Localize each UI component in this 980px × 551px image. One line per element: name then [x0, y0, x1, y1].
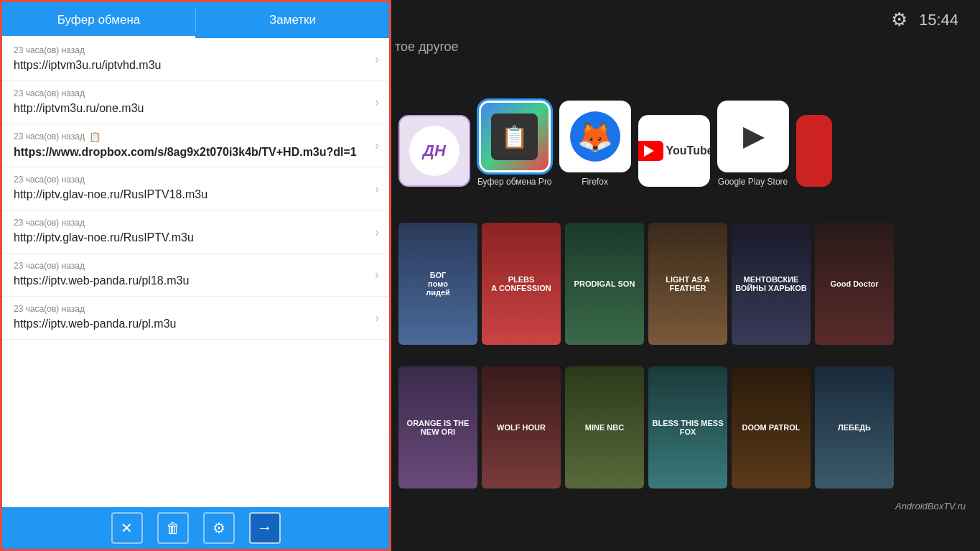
item-arrow-6: ›	[375, 310, 379, 325]
poster-bg-light: LIGHT AS A FEATHER	[648, 223, 727, 345]
item-url-1: http://iptvm3u.ru/one.m3u	[14, 101, 378, 116]
clipboard-item-5[interactable]: 23 часа(ов) назад https://iptv.web-panda…	[2, 254, 389, 297]
poster-bg-prodigal: PRODIGAL SON	[565, 223, 644, 345]
app-icon-extra	[796, 115, 832, 187]
movies-row-1: БОГпомолидей PLEBSA CONFESSION PRODIGAL …	[398, 223, 894, 345]
confirm-button[interactable]: →	[249, 512, 281, 544]
poster-bg-last: ЛЕБЕДЬ	[815, 366, 894, 489]
clipboard-list: 23 часа(ов) назад https://iptvm3u.ru/ipt…	[2, 38, 389, 507]
clipboard-item-1[interactable]: 23 часа(ов) назад http://iptvm3u.ru/one.…	[2, 81, 389, 124]
calendar-icon: 📋	[89, 131, 101, 142]
section-label: тое другое	[395, 40, 459, 55]
delete-button[interactable]: 🗑	[157, 512, 189, 544]
movie-poster-gooddoctor[interactable]: Good Doctor	[815, 223, 894, 345]
panel-toolbar: ✕ 🗑 ⚙ →	[2, 507, 389, 549]
movie-poster-plebs[interactable]: PLEBSA CONFESSION	[482, 223, 561, 345]
movie-poster-bog[interactable]: БОГпомолидей	[398, 223, 477, 345]
clipboard-item-0[interactable]: 23 часа(ов) назад https://iptvm3u.ru/ipt…	[2, 38, 389, 81]
item-url-3: http://iptv.glav-noe.ru/RusIPTV18.m3u	[14, 187, 378, 203]
poster-bg-plebs: PLEBSA CONFESSION	[482, 223, 561, 345]
movie-poster-mentov[interactable]: МЕНТОВСКИЕ ВОЙНЫ ХАРЬКОВ	[732, 223, 811, 345]
movie-poster-last[interactable]: ЛЕБЕДЬ	[815, 366, 894, 489]
item-arrow-1: ›	[375, 95, 379, 110]
youtube-text: YouTube	[666, 144, 710, 157]
youtube-logo: YouTube	[638, 141, 710, 161]
app-label-clipboard: Буфер обмена Pro	[477, 177, 552, 187]
clipboard-item-6[interactable]: 23 часа(ов) назад https://iptv.web-panda…	[2, 297, 389, 340]
item-arrow-0: ›	[375, 52, 379, 67]
tab-clipboard-label: Буфер обмена	[57, 13, 141, 27]
app-item-gplay[interactable]: ▶ Google Play Store	[717, 101, 789, 187]
clipboard-item-4[interactable]: 23 часа(ов) назад http://iptv.glav-noe.r…	[2, 210, 389, 254]
clipboard-item-2[interactable]: 23 часа(ов) назад 📋 https://www.dropbox.…	[2, 124, 389, 168]
clipboard-logo: 📋	[491, 114, 538, 160]
app-item-dh[interactable]: ДН	[398, 115, 470, 187]
item-timestamp-6: 23 часа(ов) назад	[14, 304, 378, 314]
tab-notes-label: Заметки	[269, 13, 316, 27]
movie-poster-wolf[interactable]: WOLF HOUR	[482, 366, 561, 489]
app-item-youtube[interactable]: YouTube	[638, 115, 710, 187]
item-url-5: https://iptv.web-panda.ru/pl18.m3u	[14, 274, 378, 289]
clipboard-panel: Буфер обмена Заметки 23 часа(ов) назад h…	[0, 0, 391, 551]
movie-poster-mine[interactable]: MINE NBC	[565, 366, 644, 489]
item-url-0: https://iptvm3u.ru/iptvhd.m3u	[14, 58, 378, 73]
youtube-red-box	[638, 141, 663, 161]
app-label-firefox: Firefox	[582, 177, 608, 187]
poster-bg-gooddoctor: Good Doctor	[815, 223, 894, 345]
tab-notes[interactable]: Заметки	[196, 2, 389, 38]
firefox-icon: 🦊	[577, 120, 613, 154]
tab-clipboard[interactable]: Буфер обмена	[2, 2, 195, 38]
app-icons-row: ДН 📋 Буфер обмена Pro 🦊 Firefox	[398, 101, 832, 187]
item-timestamp-5: 23 часа(ов) назад	[14, 261, 378, 271]
poster-bg-bog: БОГпомолидей	[398, 223, 477, 345]
app-icon-youtube: YouTube	[638, 115, 710, 187]
youtube-play-icon	[644, 145, 654, 157]
arrow-right-icon: →	[257, 519, 273, 537]
close-button[interactable]: ✕	[111, 512, 143, 544]
watermark: AndroidBoxTV.ru	[895, 501, 966, 511]
item-timestamp-4: 23 часа(ов) назад	[14, 218, 378, 228]
app-label-gplay: Google Play Store	[718, 177, 788, 187]
item-timestamp-1: 23 часа(ов) назад	[14, 88, 378, 98]
dh-logo: ДН	[409, 126, 459, 176]
poster-bg-change: ORANGE IS THE NEW ORI	[398, 366, 477, 489]
app-item-firefox[interactable]: 🦊 Firefox	[559, 101, 631, 187]
poster-bg-bless: BLESS THIS MESS FOX	[648, 366, 727, 489]
item-timestamp-2: 23 часа(ов) назад 📋	[14, 131, 378, 142]
tv-header: ⚙ 15:44	[869, 0, 980, 40]
item-url-4: http://iptv.glav-noe.ru/RusIPTV.m3u	[14, 231, 378, 246]
item-arrow-3: ›	[375, 181, 379, 196]
item-arrow-2: ›	[375, 138, 379, 153]
item-timestamp-3: 23 часа(ов) назад	[14, 175, 378, 185]
item-arrow-4: ›	[375, 224, 379, 239]
app-icon-dh: ДН	[398, 115, 470, 187]
item-arrow-5: ›	[375, 267, 379, 282]
poster-bg-doom: DOOM PATROL	[732, 366, 811, 489]
app-icon-clipboard: 📋	[479, 101, 551, 172]
clock: 15:44	[919, 11, 958, 29]
item-timestamp-0: 23 часа(ов) назад	[14, 45, 378, 55]
movie-poster-prodigal[interactable]: PRODIGAL SON	[565, 223, 644, 345]
app-icon-gplay: ▶	[717, 101, 789, 172]
movie-poster-light[interactable]: LIGHT AS A FEATHER	[648, 223, 727, 345]
app-icon-firefox: 🦊	[559, 101, 631, 172]
movie-poster-bless[interactable]: BLESS THIS MESS FOX	[648, 366, 727, 489]
item-url-2: https://www.dropbox.com/s/8ag9x2t070i3k4…	[14, 145, 378, 160]
app-item-clipboard[interactable]: 📋 Буфер обмена Pro	[477, 101, 552, 187]
item-url-6: https://iptv.web-panda.ru/pl.m3u	[14, 317, 378, 332]
clipboard-item-3[interactable]: 23 часа(ов) назад http://iptv.glav-noe.r…	[2, 167, 389, 210]
gplay-logo: ▶	[743, 121, 763, 152]
poster-bg-mentov: МЕНТОВСКИЕ ВОЙНЫ ХАРЬКОВ	[732, 223, 811, 345]
panel-tabs: Буфер обмена Заметки	[2, 2, 389, 38]
settings-button[interactable]: ⚙	[203, 512, 235, 544]
app-item-extra[interactable]	[796, 115, 832, 187]
movie-poster-change[interactable]: ORANGE IS THE NEW ORI	[398, 366, 477, 489]
movies-row-2: ORANGE IS THE NEW ORI WOLF HOUR MINE NBC…	[398, 366, 894, 489]
poster-bg-mine: MINE NBC	[565, 366, 644, 489]
settings-icon[interactable]: ⚙	[891, 9, 907, 31]
poster-bg-wolf: WOLF HOUR	[482, 366, 561, 489]
firefox-logo: 🦊	[570, 111, 620, 162]
movie-poster-doom[interactable]: DOOM PATROL	[732, 366, 811, 489]
